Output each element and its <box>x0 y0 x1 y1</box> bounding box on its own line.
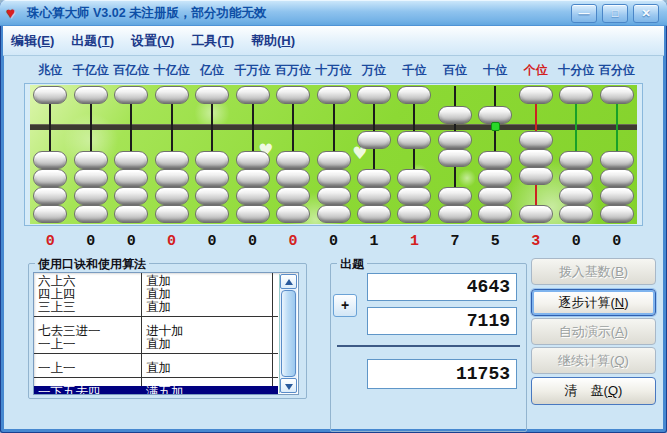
menu-item-2[interactable]: 出题(T) <box>70 30 115 52</box>
continue-calculate-button[interactable]: 继续计算(Q) <box>531 347 656 374</box>
abacus-bead-lower[interactable] <box>155 169 189 187</box>
abacus-bead-lower[interactable] <box>559 205 593 223</box>
minimize-button[interactable]: — <box>571 4 597 23</box>
abacus-bead-lower[interactable] <box>195 205 229 223</box>
abacus-bead-lower[interactable] <box>317 151 351 169</box>
abacus-bead-lower[interactable] <box>357 131 391 149</box>
menu-item-1[interactable]: 编辑(E) <box>10 30 55 52</box>
abacus-bead-lower[interactable] <box>519 167 553 185</box>
abacus-bead-lower[interactable] <box>276 205 310 223</box>
formula-row[interactable]: 三上三直加 <box>34 301 278 314</box>
menu-item-4[interactable]: 工具(T) <box>190 30 235 52</box>
abacus-bead-lower[interactable] <box>276 169 310 187</box>
abacus-bead-upper[interactable] <box>195 86 229 104</box>
operand-2-field[interactable] <box>367 307 517 335</box>
abacus-bead-upper[interactable] <box>397 86 431 104</box>
scroll-up-button[interactable] <box>280 274 297 289</box>
abacus-bead-lower[interactable] <box>195 169 229 187</box>
maximize-button[interactable]: □ <box>602 4 628 23</box>
abacus-bead-lower[interactable] <box>114 169 148 187</box>
abacus-bead-lower[interactable] <box>600 187 634 205</box>
abacus-bead-lower[interactable] <box>236 205 270 223</box>
abacus-bead-lower[interactable] <box>155 187 189 205</box>
abacus-bead-lower[interactable] <box>438 149 472 167</box>
abacus-bead-lower[interactable] <box>478 187 512 205</box>
clear-board-button[interactable]: 清 盘(Q) <box>531 377 656 405</box>
abacus-bead-lower[interactable] <box>357 169 391 187</box>
abacus-bead-lower[interactable] <box>397 187 431 205</box>
abacus-bead-lower[interactable] <box>236 187 270 205</box>
abacus-bead-lower[interactable] <box>519 131 553 149</box>
abacus-bead-upper[interactable] <box>317 86 351 104</box>
abacus-bead-lower[interactable] <box>114 187 148 205</box>
abacus-bead-lower[interactable] <box>438 205 472 223</box>
operand-1-field[interactable] <box>367 273 517 301</box>
abacus-bead-lower[interactable] <box>317 169 351 187</box>
abacus-bead-lower[interactable] <box>155 151 189 169</box>
formula-row[interactable]: 一上一直加 <box>34 362 278 375</box>
formula-row[interactable]: 一下五去四满五加 <box>34 386 278 395</box>
abacus-bead-lower[interactable] <box>519 149 553 167</box>
abacus-bead-lower[interactable] <box>74 187 108 205</box>
abacus-bead-upper[interactable] <box>236 86 270 104</box>
abacus-bead-lower[interactable] <box>114 205 148 223</box>
abacus-bead-lower[interactable] <box>397 131 431 149</box>
abacus-bead-lower[interactable] <box>236 169 270 187</box>
abacus-bead-lower[interactable] <box>317 187 351 205</box>
result-field[interactable] <box>367 359 517 389</box>
abacus-bead-lower[interactable] <box>600 205 634 223</box>
abacus-bead-upper[interactable] <box>357 86 391 104</box>
abacus-bead-lower[interactable] <box>74 169 108 187</box>
abacus-bead-lower[interactable] <box>478 169 512 187</box>
scrollbar-thumb[interactable] <box>281 290 296 377</box>
menu-item-5[interactable]: 帮助(H) <box>250 30 296 52</box>
abacus-bead-lower[interactable] <box>195 151 229 169</box>
abacus-bead-upper[interactable] <box>519 86 553 104</box>
abacus-bead-lower[interactable] <box>114 151 148 169</box>
abacus-bead-lower[interactable] <box>438 187 472 205</box>
formula-row[interactable]: 一上一直加 <box>34 338 278 351</box>
abacus-bead-lower[interactable] <box>357 205 391 223</box>
abacus-bead-lower[interactable] <box>317 205 351 223</box>
close-button[interactable]: ✕ <box>633 4 659 23</box>
abacus-bead-lower[interactable] <box>559 187 593 205</box>
abacus-bead-upper[interactable] <box>114 86 148 104</box>
auto-demo-button[interactable]: 自动演示(A) <box>531 318 656 345</box>
abacus-bead-lower[interactable] <box>236 151 270 169</box>
abacus-bead-upper[interactable] <box>155 86 189 104</box>
abacus-bead-lower[interactable] <box>33 151 67 169</box>
abacus-bead-lower[interactable] <box>33 187 67 205</box>
formula-list[interactable]: 六上六直加四上四直加三上三直加七去三进一进十加一上一直加一上一直加一下五去四满五… <box>33 272 299 395</box>
operator-button[interactable]: + <box>333 294 357 317</box>
abacus-bead-lower[interactable] <box>276 151 310 169</box>
abacus-bead-lower[interactable] <box>397 169 431 187</box>
abacus-bead-lower[interactable] <box>600 169 634 187</box>
abacus-bead-lower[interactable] <box>559 169 593 187</box>
abacus-bead-lower[interactable] <box>357 187 391 205</box>
abacus-bead-lower[interactable] <box>74 151 108 169</box>
abacus-bead-lower[interactable] <box>478 151 512 169</box>
step-calculate-button[interactable]: 逐步计算(N) <box>531 289 656 316</box>
scroll-down-button[interactable] <box>280 378 297 393</box>
abacus-bead-lower[interactable] <box>33 169 67 187</box>
menu-item-3[interactable]: 设置(V) <box>130 30 175 52</box>
abacus-bead-lower[interactable] <box>33 205 67 223</box>
abacus-bead-lower[interactable] <box>600 151 634 169</box>
abacus-bead-lower[interactable] <box>74 205 108 223</box>
abacus-bead-upper[interactable] <box>33 86 67 104</box>
abacus-bead-lower[interactable] <box>559 151 593 169</box>
abacus-bead-upper[interactable] <box>559 86 593 104</box>
abacus-bead-upper[interactable] <box>74 86 108 104</box>
abacus-bead-lower[interactable] <box>438 131 472 149</box>
abacus-bead-upper[interactable] <box>600 86 634 104</box>
abacus-bead-lower[interactable] <box>519 205 553 223</box>
abacus-bead-lower[interactable] <box>276 187 310 205</box>
abacus-bead-lower[interactable] <box>155 205 189 223</box>
abacus-bead-lower[interactable] <box>397 205 431 223</box>
abacus-bead-lower[interactable] <box>478 205 512 223</box>
scrollbar[interactable] <box>279 274 297 393</box>
abacus-bead-lower[interactable] <box>195 187 229 205</box>
abacus-bead-upper[interactable] <box>276 86 310 104</box>
abacus-bead-upper[interactable] <box>438 106 472 124</box>
dial-in-base-button[interactable]: 拨入基数(B) <box>531 258 656 285</box>
